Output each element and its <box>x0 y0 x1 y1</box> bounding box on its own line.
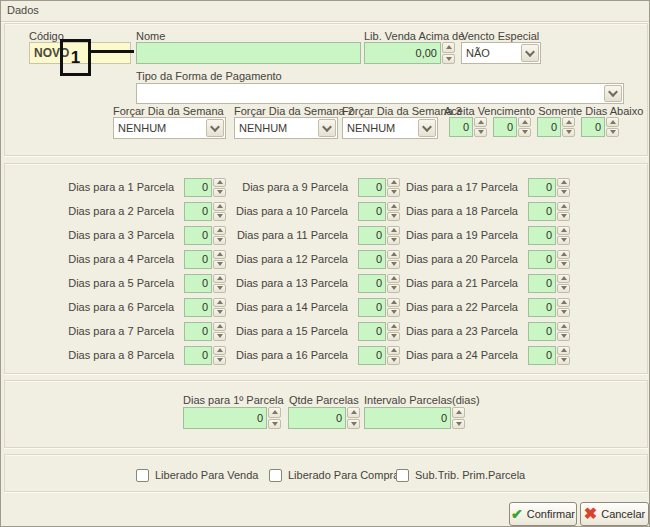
subtrib-label[interactable]: Sub.Trib. Prim.Parcela <box>415 469 525 481</box>
spin-down-button[interactable] <box>557 212 570 221</box>
spinner-value[interactable]: 0 <box>528 226 556 245</box>
spinner-value[interactable]: 0 <box>184 250 212 269</box>
spin-up-button[interactable] <box>557 226 570 235</box>
spinner-value[interactable]: 0 <box>537 117 561 137</box>
spinner-value[interactable]: 0 <box>184 178 212 197</box>
qtde-parcelas-spinner[interactable]: 0 <box>288 407 360 429</box>
forcar-dia-3-combobox[interactable]: NENHUM <box>342 117 438 139</box>
combobox-value[interactable]: NENHUM <box>235 118 317 138</box>
spinner-value[interactable]: 0 <box>184 274 212 293</box>
spinner-value[interactable]: 0 <box>358 226 386 245</box>
subtrib-checkbox[interactable] <box>396 469 409 482</box>
spin-down-button[interactable] <box>557 236 570 245</box>
liberado-venda-checkbox[interactable] <box>136 469 149 482</box>
spin-down-button[interactable] <box>268 419 281 430</box>
aceita-dias-1-spinner[interactable]: 0 <box>449 117 487 137</box>
spinner-value[interactable]: 0 <box>183 407 267 429</box>
spin-up-button[interactable] <box>562 117 575 127</box>
spin-down-button[interactable] <box>557 188 570 197</box>
spinner-value[interactable]: 0 <box>358 298 386 317</box>
spin-down-button[interactable] <box>442 54 455 65</box>
spin-down-button[interactable] <box>562 128 575 138</box>
combobox-value[interactable]: NENHUM <box>343 118 417 138</box>
spin-up-button[interactable] <box>557 298 570 307</box>
spinner-value[interactable]: 0 <box>528 178 556 197</box>
intervalo-parcelas-spinner[interactable]: 0 <box>364 407 465 429</box>
spin-up-button[interactable] <box>347 407 360 418</box>
parcela-17-spinner[interactable]: 0 <box>528 178 570 197</box>
spinner-value[interactable]: 0 <box>358 250 386 269</box>
combobox-value[interactable]: NENHUM <box>114 118 205 138</box>
spin-up-button[interactable] <box>557 346 570 355</box>
spinner-value[interactable]: 0 <box>449 117 473 137</box>
spinner-value[interactable]: 0 <box>493 117 517 137</box>
spin-up-button[interactable] <box>557 250 570 259</box>
liberado-compra-label[interactable]: Liberado Para Compra <box>288 469 399 481</box>
spin-up-button[interactable] <box>518 117 531 127</box>
parcela-21-spinner[interactable]: 0 <box>528 274 570 293</box>
spin-down-button[interactable] <box>474 128 487 138</box>
spin-down-button[interactable] <box>557 356 570 365</box>
spinner-value[interactable]: 0 <box>358 346 386 365</box>
spin-up-button[interactable] <box>557 178 570 187</box>
parcela-18-spinner[interactable]: 0 <box>528 202 570 221</box>
chevron-down-icon[interactable] <box>206 119 224 137</box>
aceita-dias-3-spinner[interactable]: 0 <box>537 117 575 137</box>
spinner-value[interactable]: 0 <box>528 346 556 365</box>
spin-down-button[interactable] <box>557 260 570 269</box>
spinner-value[interactable]: 0 <box>528 202 556 221</box>
spinner-value[interactable]: 0 <box>184 346 212 365</box>
cancel-button[interactable]: ✖ Cancelar <box>580 502 649 526</box>
spinner-value[interactable]: 0 <box>288 407 346 429</box>
chevron-down-icon[interactable] <box>418 119 436 137</box>
spin-up-button[interactable] <box>452 407 465 418</box>
parcela-23-spinner[interactable]: 0 <box>528 322 570 341</box>
spinner-value[interactable]: 0 <box>528 250 556 269</box>
spin-down-button[interactable] <box>347 419 360 430</box>
spin-up-button[interactable] <box>606 117 619 127</box>
vencto-especial-combobox[interactable]: NÃO <box>461 42 541 64</box>
spin-up-button[interactable] <box>268 407 281 418</box>
spinner-value[interactable]: 0 <box>358 322 386 341</box>
parcela-22-spinner[interactable]: 0 <box>528 298 570 317</box>
spinner-value[interactable]: 0 <box>184 226 212 245</box>
spinner-value[interactable]: 0,00 <box>364 42 441 64</box>
spin-down-button[interactable] <box>557 308 570 317</box>
liberado-venda-label[interactable]: Liberado Para Venda <box>155 469 258 481</box>
spinner-value[interactable]: 0 <box>358 178 386 197</box>
spinner-value[interactable]: 0 <box>581 117 605 137</box>
combobox-value[interactable] <box>137 84 603 103</box>
spin-down-button[interactable] <box>606 128 619 138</box>
spin-up-button[interactable] <box>474 117 487 127</box>
spinner-value[interactable]: 0 <box>358 202 386 221</box>
parcela-19-spinner[interactable]: 0 <box>528 226 570 245</box>
spinner-value[interactable]: 0 <box>358 274 386 293</box>
spinner-value[interactable]: 0 <box>528 274 556 293</box>
liberado-compra-checkbox[interactable] <box>269 469 282 482</box>
nome-input[interactable] <box>136 42 361 64</box>
spinner-value[interactable]: 0 <box>184 202 212 221</box>
spinner-value[interactable]: 0 <box>364 407 451 429</box>
aceita-dias-4-spinner[interactable]: 0 <box>581 117 619 137</box>
aceita-dias-2-spinner[interactable]: 0 <box>493 117 531 137</box>
forcar-dia-1-combobox[interactable]: NENHUM <box>113 117 226 139</box>
chevron-down-icon[interactable] <box>604 85 622 102</box>
spinner-value[interactable]: 0 <box>184 322 212 341</box>
forcar-dia-2-combobox[interactable]: NENHUM <box>234 117 338 139</box>
spinner-value[interactable]: 0 <box>528 322 556 341</box>
spin-up-button[interactable] <box>557 322 570 331</box>
parcela-20-spinner[interactable]: 0 <box>528 250 570 269</box>
spin-up-button[interactable] <box>557 274 570 283</box>
tipo-pagamento-combobox[interactable] <box>136 83 624 104</box>
spin-down-button[interactable] <box>518 128 531 138</box>
spin-down-button[interactable] <box>557 332 570 341</box>
spin-down-button[interactable] <box>557 284 570 293</box>
spin-up-button[interactable] <box>557 202 570 211</box>
spinner-value[interactable]: 0 <box>528 298 556 317</box>
spin-down-button[interactable] <box>452 419 465 430</box>
chevron-down-icon[interactable] <box>318 119 336 137</box>
spin-up-button[interactable] <box>442 42 455 53</box>
confirm-button[interactable]: ✔ Confirmar <box>509 502 577 526</box>
lib-venda-spinner[interactable]: 0,00 <box>364 42 455 64</box>
chevron-down-icon[interactable] <box>521 44 539 62</box>
